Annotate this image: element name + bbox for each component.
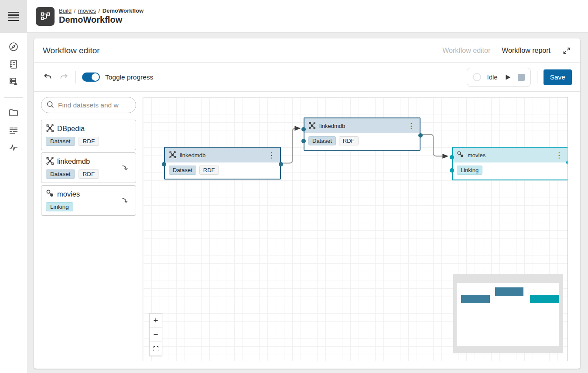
- node-title: linkedmdb: [319, 123, 403, 129]
- zoom-controls: + −: [149, 313, 162, 356]
- tag-rdf: RDF: [339, 136, 359, 145]
- tab-workflow-report[interactable]: Workflow report: [502, 47, 550, 55]
- output-port[interactable]: [566, 160, 568, 165]
- save-button[interactable]: Save: [544, 69, 572, 85]
- breadcrumb: Build / movies / DemoWorkflow: [59, 7, 144, 14]
- list-lines-icon: [8, 125, 19, 137]
- item-title: linkedmdb: [57, 157, 90, 166]
- tag-linking: Linking: [46, 202, 73, 211]
- menu-button[interactable]: [0, 0, 27, 33]
- dataset-panel: DBpedia Dataset RDF linkedmdb: [41, 97, 136, 361]
- node-title: movies: [468, 152, 551, 159]
- toolbar-divider: [75, 71, 76, 83]
- node-title: linkedmdb: [180, 152, 263, 159]
- dataset-icon: [46, 156, 54, 166]
- breadcrumb-build-link[interactable]: Build: [59, 7, 72, 14]
- rail-divider: [4, 97, 23, 98]
- linking-icon: [457, 151, 464, 160]
- node-menu-kebab-icon[interactable]: ⋮: [267, 152, 276, 159]
- dataset-icon: [169, 151, 176, 160]
- redo-button[interactable]: [58, 72, 69, 83]
- card-title: Workflow editor: [43, 46, 100, 55]
- workflow-editor-card: Workflow editor Workflow editor Workflow…: [34, 38, 580, 369]
- tab-workflow-editor: Workflow editor: [442, 47, 490, 55]
- database-eye-icon: [8, 76, 19, 89]
- stop-workflow-button[interactable]: [518, 74, 525, 81]
- list-item-linkedmdb[interactable]: linkedmdb Dataset RDF: [41, 152, 136, 183]
- card-header: Workflow editor Workflow editor Workflow…: [34, 38, 580, 63]
- workflow-node-movies[interactable]: movies ⋮ Linking: [452, 147, 568, 180]
- minimap-node: [495, 287, 523, 296]
- breadcrumb-current: DemoWorkflow: [103, 7, 144, 14]
- status-label: Idle: [487, 73, 497, 81]
- tag-dataset: Dataset: [46, 169, 75, 179]
- dataset-icon: [308, 121, 316, 131]
- search-icon: [46, 100, 55, 111]
- tag-linking: Linking: [457, 166, 482, 175]
- undo-button[interactable]: [42, 72, 54, 83]
- minimap[interactable]: [453, 274, 563, 353]
- compass-icon: [8, 41, 19, 54]
- dataset-icon: [46, 124, 54, 134]
- tag-rdf: RDF: [79, 169, 99, 179]
- page: Build / movies / DemoWorkflow DemoWorkfl…: [0, 0, 588, 373]
- workflow-node-linkedmdb[interactable]: linkedmdb ⋮ Dataset RDF: [164, 147, 281, 180]
- fit-view-button[interactable]: [150, 342, 162, 356]
- tag-rdf: RDF: [79, 137, 99, 146]
- notebook-icon: [8, 59, 19, 71]
- pulse-icon: [8, 142, 19, 155]
- workflow-node-linkedmdb-2[interactable]: linkedmdb ⋮ Dataset RDF: [304, 117, 420, 151]
- tag-rdf: RDF: [199, 166, 219, 175]
- hamburger-icon: [8, 12, 19, 21]
- left-rail: [0, 0, 27, 373]
- workflow-app-icon: [36, 7, 55, 26]
- item-title: movies: [57, 190, 80, 198]
- top-header: Build / movies / DemoWorkflow DemoWorkfl…: [27, 0, 588, 33]
- rail-item-projects[interactable]: [8, 108, 19, 119]
- linking-icon: [46, 189, 54, 199]
- output-port[interactable]: [279, 162, 283, 166]
- tag-dataset: Dataset: [46, 137, 75, 146]
- toggle-progress-label: Toggle progress: [105, 73, 153, 81]
- breadcrumb-project-link[interactable]: movies: [78, 7, 96, 14]
- tag-dataset: Dataset: [169, 166, 196, 175]
- minimap-node: [461, 295, 490, 303]
- list-item-movies[interactable]: movies Linking: [41, 185, 136, 216]
- run-workflow-button[interactable]: [503, 73, 512, 82]
- item-title: DBpedia: [57, 124, 85, 133]
- insert-into-canvas-button[interactable]: [120, 195, 131, 206]
- toolbar-divider: [537, 71, 537, 83]
- toggle-progress-switch[interactable]: [82, 73, 100, 82]
- input-port[interactable]: [450, 168, 454, 173]
- node-menu-kebab-icon[interactable]: ⋮: [407, 122, 416, 130]
- list-item-dbpedia[interactable]: DBpedia Dataset RDF: [41, 120, 136, 150]
- rail-item-datasets[interactable]: [8, 126, 19, 136]
- rail-item-vocabularies[interactable]: [8, 60, 19, 70]
- status-indicator: [473, 73, 481, 81]
- editor-toolbar: Toggle progress Idle Save: [34, 63, 580, 92]
- folder-icon: [8, 107, 19, 120]
- fullscreen-expand-icon[interactable]: [562, 46, 571, 55]
- minimap-node: [530, 295, 559, 303]
- input-port[interactable]: [301, 127, 306, 131]
- input-port[interactable]: [450, 155, 454, 159]
- rail-item-explore[interactable]: [8, 42, 19, 53]
- input-port[interactable]: [301, 139, 306, 143]
- zoom-in-button[interactable]: +: [150, 314, 162, 328]
- insert-into-canvas-button[interactable]: [120, 162, 131, 173]
- workflow-canvas[interactable]: linkedmdb ⋮ Dataset RDF: [143, 97, 568, 361]
- node-menu-kebab-icon[interactable]: ⋮: [554, 152, 564, 159]
- rail-item-activities[interactable]: [8, 143, 19, 154]
- tag-dataset: Dataset: [308, 136, 336, 145]
- run-controls-group: Idle: [467, 68, 530, 87]
- rail-item-queries[interactable]: [8, 77, 19, 88]
- zoom-out-button[interactable]: −: [150, 328, 162, 342]
- page-title: DemoWorkflow: [59, 15, 144, 25]
- input-port[interactable]: [162, 162, 166, 166]
- output-port[interactable]: [418, 133, 423, 138]
